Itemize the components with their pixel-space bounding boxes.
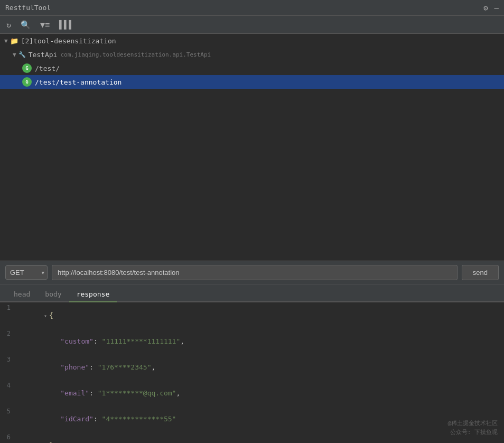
tree-endpoint-test-label: /test/ (35, 64, 60, 72)
code-line-5: 5 "idCard": "4*************55" (0, 406, 504, 432)
url-input[interactable] (52, 265, 458, 280)
tree-panel: ▼ 📁 [2]tool-desensitization ▼ 🔧 TestApi … (0, 34, 504, 261)
response-body: 1 ▾{ 2 "custom": "11111*****1111111", 3 … (0, 302, 504, 443)
refresh-icon[interactable]: ↻ (4, 19, 13, 31)
line-num-3: 3 (0, 356, 19, 363)
code-line-1: 1 ▾{ (0, 302, 504, 328)
code-line-6: 6 ▾} (0, 432, 504, 443)
toolbar: ↻ 🔍 ▼≡ ▌▌▌ (0, 16, 504, 34)
tree-endpoint-annotation-label: /test/test-annotation (35, 78, 122, 86)
line-num-5: 5 (0, 408, 19, 415)
line-num-1: 1 (0, 304, 19, 311)
tree-endpoint-test-annotation[interactable]: G /test/test-annotation (0, 75, 504, 89)
tab-response[interactable]: response (69, 287, 117, 302)
tab-body[interactable]: body (38, 287, 69, 302)
line-num-4: 4 (0, 382, 19, 389)
line-content-2: "custom": "11111*****1111111", (19, 329, 504, 353)
tree-api-subtitle: com.jiaqing.tooldesensitization.api.Test… (60, 51, 211, 58)
code-line-4: 4 "email": "1*********@qq.com", (0, 380, 504, 406)
title-bar: RestfulTool ⚙ — (0, 0, 504, 16)
settings-icon[interactable]: ⚙ (483, 4, 488, 12)
title-actions: ⚙ — (483, 4, 499, 12)
tree-api-label: TestApi (29, 51, 58, 59)
line-content-5: "idCard": "4*************55" (19, 407, 504, 431)
line-content-6: ▾} (19, 433, 504, 443)
code-line-3: 3 "phone": "176****2345", (0, 354, 504, 380)
search-icon[interactable]: 🔍 (18, 19, 33, 31)
url-bar: GET POST PUT DELETE send (0, 261, 504, 284)
line-content-1: ▾{ (19, 303, 504, 327)
line-num-6: 6 (0, 433, 19, 441)
folder-icon-root: 📁 (10, 37, 18, 45)
chart-icon[interactable]: ▌▌▌ (57, 19, 76, 31)
filter-icon[interactable]: ▼≡ (38, 19, 52, 31)
minimize-icon[interactable]: — (494, 4, 499, 12)
line-content-4: "email": "1*********@qq.com", (19, 381, 504, 405)
line-num-2: 2 (0, 330, 19, 337)
method-select[interactable]: GET POST PUT DELETE (5, 265, 48, 280)
api-group-icon: 🔧 (18, 51, 26, 58)
get-badge-test: G (22, 63, 32, 73)
tabs-bar: head body response (0, 284, 504, 302)
get-badge-annotation: G (22, 77, 32, 87)
fold-btn-1[interactable]: ▾ (44, 313, 47, 319)
send-button[interactable]: send (462, 265, 499, 280)
tree-root[interactable]: ▼ 📁 [2]tool-desensitization (0, 34, 504, 48)
app-title: RestfulTool (5, 4, 51, 12)
expand-arrow-root: ▼ (4, 38, 8, 44)
tab-head[interactable]: head (6, 287, 38, 302)
tree-root-label: [2]tool-desensitization (21, 37, 116, 45)
tree-endpoint-test[interactable]: G /test/ (0, 61, 504, 75)
code-line-2: 2 "custom": "11111*****1111111", (0, 328, 504, 354)
line-content-3: "phone": "176****2345", (19, 355, 504, 379)
tree-api-group[interactable]: ▼ 🔧 TestApi com.jiaqing.tooldesensitizat… (0, 48, 504, 61)
method-wrapper: GET POST PUT DELETE (5, 265, 48, 280)
expand-arrow-api: ▼ (13, 51, 16, 58)
